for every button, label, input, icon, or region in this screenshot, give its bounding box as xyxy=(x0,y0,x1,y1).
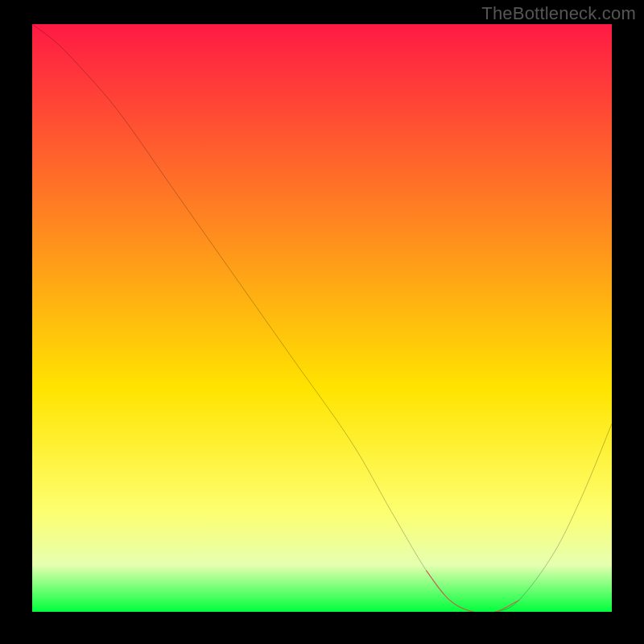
bottleneck-chart xyxy=(32,24,612,612)
watermark-text: TheBottleneck.com xyxy=(481,3,636,24)
chart-container: TheBottleneck.com xyxy=(0,0,644,644)
